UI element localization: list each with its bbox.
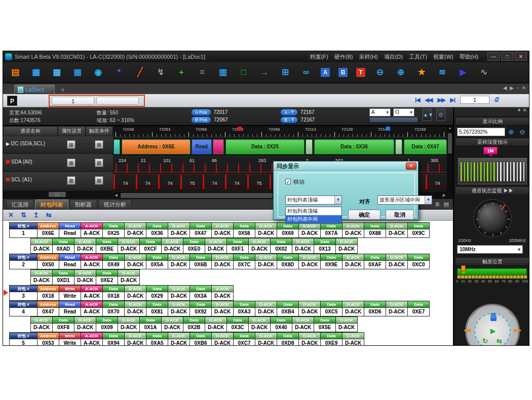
packet-tab-ctrl-0[interactable]: ≣ (435, 201, 439, 208)
play-icon[interactable]: ▶ (490, 327, 496, 335)
page-arrow-1[interactable]: ◀◀ (425, 97, 433, 103)
navigation-pad-inner[interactable]: ▶ ↻ ⇆ (474, 313, 511, 346)
dialog-title[interactable]: 同步显示 (274, 162, 418, 171)
toolbar-keyboard-icon[interactable]: ≡ (196, 66, 208, 78)
cancel-button[interactable]: 取消 (386, 210, 414, 220)
zoom-in-icon[interactable]: ⊕ (507, 128, 516, 136)
cursor-jump-button[interactable]: ▲▼ (423, 109, 432, 121)
pin-icon[interactable]: ✦ (517, 107, 521, 113)
packet-row[interactable]: 封包 #1Address0X6EReadReadA-ACKA-ACKData0X… (9, 222, 429, 238)
cursor-a-select[interactable]: A▾ (369, 108, 391, 116)
packet-tab-ctrl-1[interactable]: ▤ (444, 201, 449, 208)
page-arrow-2[interactable]: ▶▶ (438, 97, 445, 103)
tabbar-ctrl-1[interactable]: ▶ (510, 85, 514, 91)
page-arrow-3[interactable]: ▶| (450, 97, 455, 103)
add-tab-button[interactable]: + (59, 86, 67, 94)
channel-name-header[interactable]: 通道名称 (3, 126, 58, 136)
cursor-o-select[interactable]: O▾ (393, 108, 414, 116)
trigger-position-bar[interactable] (457, 268, 527, 275)
menu-item-2[interactable]: 采样(H) (356, 52, 380, 62)
toolbar-flag-t-icon[interactable]: T (356, 68, 365, 77)
toolbar-save-icon[interactable]: ▦ (30, 66, 42, 78)
bus-block[interactable] (306, 139, 313, 154)
packet-tab-3[interactable]: 统计分析 (98, 199, 132, 209)
cursor-slider[interactable] (369, 117, 418, 123)
menu-item-1[interactable]: 硬件(B) (332, 52, 356, 62)
toolbar-panel-view-icon[interactable]: ▥ (217, 66, 229, 78)
pad-page-left-icon[interactable]: ◀◀ (464, 328, 471, 333)
tabbar-ctrl-0[interactable]: ◀ (503, 85, 507, 91)
channel-row-0[interactable]: ▶I2C (SDA,SCL)▦▦ (3, 136, 113, 153)
minimize-button[interactable]: — (487, 52, 500, 61)
dropdown-item-1[interactable]: 封包列表中间 (286, 215, 341, 223)
hand-pan-icon[interactable] (490, 315, 497, 321)
toolbar-tools-wrench-icon[interactable]: * (113, 66, 125, 78)
menu-item-3[interactable]: 项目(D) (382, 52, 405, 62)
panel-close-icon[interactable]: ✕ (523, 107, 527, 113)
pad-page-right-icon[interactable]: ▶▶ (514, 328, 521, 333)
bus-block[interactable] (113, 139, 120, 154)
zoom-out-icon[interactable]: ⊖ (518, 128, 527, 136)
menu-item-5[interactable]: 视窗(W) (431, 52, 456, 62)
channel-attr-button[interactable]: ▦ (67, 140, 75, 149)
page-button-2[interactable] (96, 97, 139, 105)
packet-tab-0[interactable]: 汇流排 (6, 199, 34, 209)
page-mode-button[interactable]: P (7, 96, 17, 106)
sample-rate-knob[interactable] (474, 200, 511, 236)
dropdown-item-0[interactable]: 封包列表顶端 (286, 207, 341, 215)
tabbar-ctrl-2[interactable]: ▫ (517, 85, 519, 91)
menu-item-6[interactable]: 帮助(H) (457, 52, 481, 62)
channel-trigger-button[interactable]: ▦ (95, 140, 103, 149)
channel-attr-button[interactable]: ▦ (67, 176, 75, 185)
page-number-input[interactable] (460, 96, 489, 104)
channel-trigger-button[interactable]: ▦ (95, 176, 103, 185)
toolbar-screenshot-camera-icon[interactable]: ◉ (92, 66, 104, 78)
toolbar-noise-filter-icon[interactable]: ∿ (478, 66, 490, 78)
channel-attr-button[interactable]: ▦ (67, 158, 75, 167)
zoom-ratio-select[interactable]: 5.2672392% (457, 128, 505, 136)
bus-block[interactable]: Address : 0X6E (122, 139, 191, 154)
close-button[interactable]: ✕ (515, 52, 527, 61)
link-checkbox[interactable]: ✓联动 (285, 178, 305, 186)
toolbar-data-0101-icon[interactable]: ≋ (436, 66, 448, 78)
packet-tool-0[interactable]: ✕ (8, 211, 14, 219)
channel-hscrollbar[interactable]: ||| (3, 190, 113, 199)
packet-row[interactable]: 封包 #3Address0X18WriteWriteA-ACKA-ACKData… (9, 285, 233, 301)
bus-block[interactable]: Data : 0X25 (225, 139, 305, 154)
toolbar-zoom-prev-icon[interactable]: ⊖ (374, 66, 386, 78)
bus-block[interactable]: Data : 0X47 (404, 139, 447, 154)
channel-row-2[interactable]: SCL (A1)▦▦ (3, 172, 113, 189)
bus-block[interactable] (213, 139, 224, 154)
channel-row-1[interactable]: SDA (A0)▦▦ (3, 154, 113, 172)
maximize-button[interactable]: □ (501, 52, 513, 61)
tab-ladoc1[interactable]: LaDoc1 (14, 85, 55, 94)
packet-row[interactable]: D-ACKD-ACKData0XF8D-ACKD-ACKData0X09D-AC… (30, 316, 357, 332)
trigger-marker[interactable] (238, 127, 242, 131)
toolbar-zoom-next-icon[interactable]: ⊕ (395, 66, 407, 78)
tabbar-ctrl-3[interactable]: ✕ (522, 85, 526, 91)
bus-block[interactable] (395, 139, 402, 154)
toolbar-open-folder-icon[interactable]: ▤ (9, 66, 21, 78)
toolbar-add-device-icon[interactable]: + (175, 66, 187, 78)
toolbar-flag-b-icon[interactable]: B (338, 68, 348, 77)
packet-row[interactable]: 封包 #4Address0X47ReadReadA-ACKA-ACKData0X… (9, 301, 429, 316)
packet-tool-3[interactable]: ⇆ (46, 211, 52, 219)
toolbar-trigger-probe-icon[interactable]: ↯ (155, 66, 167, 78)
packet-row[interactable]: 封包 #5Address0X53WriteWriteA-ACKA-ACKData… (9, 332, 364, 346)
page-button-1[interactable]: 1 (52, 97, 94, 105)
trigger-position-flag[interactable] (461, 265, 466, 271)
toolbar-pen-marker-icon[interactable]: ╱ (134, 66, 146, 78)
packet-row[interactable]: 封包 #2Address0X50ReadReadA-ACKA-ACKData0X… (9, 254, 429, 269)
toolbar-bus-connect-icon[interactable]: ∞ (300, 66, 312, 78)
bus-block[interactable]: Read (192, 139, 212, 154)
toolbar-favorite-star-icon[interactable]: ★ (415, 66, 428, 78)
dialog-close-icon[interactable]: ✕ (406, 163, 416, 170)
channel-monitor-header[interactable]: 通道状态监视 ▶▶ (455, 186, 529, 195)
toolbar-save-settings-icon[interactable]: ▦ (71, 66, 84, 78)
highlight-button[interactable]: ⊙ (436, 109, 445, 121)
cursor-a-marker[interactable] (386, 127, 390, 131)
channel-trigger-button[interactable]: ▦ (95, 158, 103, 167)
menu-item-4[interactable]: 工具(T) (406, 52, 430, 62)
packet-tool-1[interactable]: ⇅ (21, 211, 26, 219)
packet-tab-2[interactable]: 剖析器 (69, 199, 97, 209)
